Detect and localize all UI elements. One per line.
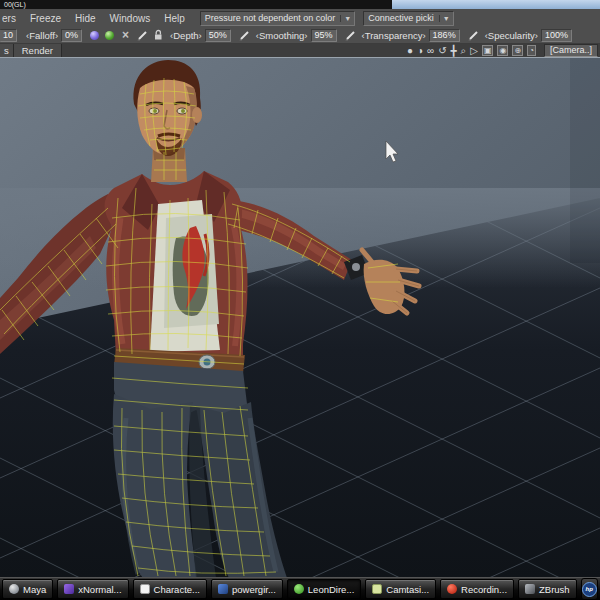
lock-icon[interactable] [152, 29, 164, 41]
taskbar-item-label: powergir... [232, 584, 276, 595]
rotate-icon[interactable]: ↺ [438, 45, 446, 56]
tab-clipped[interactable]: s [0, 44, 14, 57]
viewport-scene [0, 58, 600, 577]
document-icon [140, 584, 150, 594]
contrast-icon[interactable]: ◑ [417, 45, 423, 56]
brush-toolbar: 10 ‹Falloff› 0% × ‹Depth› 50% ‹Smoothing… [0, 27, 600, 44]
wheel-icon[interactable]: ◔ [527, 45, 536, 56]
taskbar-item-camtasia[interactable]: Camtasi... [365, 579, 436, 599]
taskbar-item-zbrush[interactable]: ZBrush [518, 579, 577, 599]
connective-pick-label: Connective picki [368, 13, 434, 23]
photoshop-file-icon [218, 584, 228, 594]
falloff-value-field[interactable]: 0% [61, 29, 82, 42]
chevron-down-icon[interactable]: ▼ [340, 15, 354, 22]
connective-pick-dropdown[interactable]: Connective picki ▼ [363, 11, 453, 26]
pencil-icon[interactable] [136, 29, 148, 41]
pencil-icon[interactable] [467, 29, 479, 41]
viewport-3d[interactable] [0, 57, 600, 577]
hp-launcher-button[interactable]: hp [581, 578, 598, 600]
taskbar-item-label: Recordin... [461, 584, 507, 595]
window-title: 00(GL) [0, 0, 392, 9]
transparency-value-field[interactable]: 186% [429, 29, 460, 42]
shaded-view-icon[interactable]: ▣ [482, 45, 494, 56]
menu-item-hide[interactable]: Hide [68, 13, 103, 24]
edge-value-field[interactable]: 10 [0, 29, 17, 42]
dot-icon[interactable]: ● [407, 45, 413, 56]
taskbar-item-powergirl[interactable]: powergir... [211, 579, 283, 599]
chevron-down-icon[interactable]: ▼ [439, 15, 453, 22]
taskbar-item-label: LeonDire... [308, 584, 354, 595]
tab-row: s Render ● ◑ ∞ ↺ ╋ ⌕ ▷ ▣ ◉ ⊕ ◔ [Camera..… [0, 44, 600, 57]
close-icon[interactable]: × [122, 29, 129, 41]
move-icon[interactable]: ⊕ [512, 45, 523, 56]
title-bar: 00(GL) [0, 0, 600, 9]
pan-icon[interactable]: ╋ [451, 45, 457, 56]
taskbar-item-label: xNormal... [78, 584, 121, 595]
pressure-mode-label: Pressure not dependent on color [205, 13, 336, 23]
depth-label: ‹Depth› [170, 30, 202, 41]
camtasia-icon [372, 584, 382, 594]
menu-bar: ers Freeze Hide Windows Help Pressure no… [0, 9, 600, 27]
play-icon[interactable]: ▷ [470, 45, 478, 56]
menu-item-clipped[interactable]: ers [0, 13, 23, 24]
green-app-icon [294, 584, 304, 594]
zbrush-icon [525, 584, 535, 594]
background-window-titlebar [392, 0, 600, 9]
xnormal-icon [64, 584, 74, 594]
taskbar-item-character[interactable]: Characte... [133, 579, 207, 599]
purple-sphere-icon[interactable] [90, 31, 99, 40]
tab-render[interactable]: Render [14, 44, 62, 57]
right-edge-shade [570, 58, 600, 263]
record-icon [447, 584, 457, 594]
pressure-mode-dropdown[interactable]: Pressure not dependent on color ▼ [200, 11, 356, 26]
camera-button[interactable]: [Camera..] [544, 44, 598, 57]
pencil-icon[interactable] [344, 29, 356, 41]
smoothing-value-field[interactable]: 95% [311, 29, 337, 42]
green-sphere-icon[interactable] [105, 31, 114, 40]
specularity-value-field[interactable]: 100% [541, 29, 572, 42]
hp-logo-icon: hp [582, 582, 597, 597]
menu-item-windows[interactable]: Windows [103, 13, 158, 24]
specularity-label: ‹Specularity› [485, 30, 538, 41]
ear [192, 107, 202, 123]
taskbar-item-label: Camtasi... [386, 584, 429, 595]
falloff-label: ‹Falloff› [26, 30, 58, 41]
taskbar-item-maya[interactable]: Maya [2, 579, 53, 599]
tshirt [150, 200, 220, 352]
smoothing-label: ‹Smoothing› [256, 30, 308, 41]
taskbar-item-xnormal[interactable]: xNormal... [57, 579, 128, 599]
zoom-icon[interactable]: ⌕ [461, 45, 467, 56]
circle-view-icon[interactable]: ◉ [497, 45, 508, 56]
taskbar-item-label: Characte... [154, 584, 200, 595]
windows-taskbar: Maya xNormal... Characte... powergir... … [0, 577, 600, 600]
menu-item-help[interactable]: Help [157, 13, 192, 24]
taskbar-item-label: Maya [23, 584, 46, 595]
pencil-icon[interactable] [238, 29, 250, 41]
glasses-icon[interactable]: ∞ [427, 45, 434, 56]
depth-value-field[interactable]: 50% [205, 29, 231, 42]
taskbar-item-label: ZBrush [539, 584, 570, 595]
menu-item-freeze[interactable]: Freeze [23, 13, 68, 24]
taskbar-item-leondire[interactable]: LeonDire... [287, 579, 361, 599]
taskbar-item-recording[interactable]: Recordin... [440, 579, 514, 599]
viewport-controls: ● ◑ ∞ ↺ ╋ ⌕ ▷ ▣ ◉ ⊕ ◔ [Camera..] [407, 44, 598, 57]
transparency-label: ‹Transparency› [362, 30, 426, 41]
maya-icon [9, 584, 19, 594]
